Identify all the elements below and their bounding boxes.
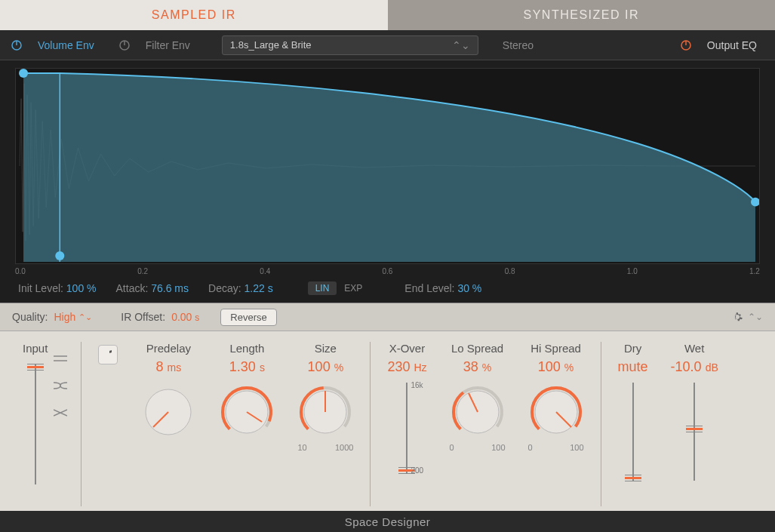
decay-value[interactable]: 1.22 s [244, 282, 273, 294]
merge-mode-icon[interactable] [54, 381, 67, 390]
output-eq-power-icon[interactable] [680, 39, 692, 51]
time-ruler: 0.00.20.40.60.81.01.2 [15, 264, 760, 277]
hispread-title: Hi Spread [531, 342, 581, 355]
size-knob[interactable] [297, 384, 353, 440]
dry-title: Dry [624, 342, 641, 355]
preset-value: 1.8s_Large & Brite [230, 39, 312, 51]
wet-value[interactable]: -10.0 dB [671, 359, 718, 375]
ir-offset-value[interactable]: 0.00 s [171, 311, 199, 323]
end-level-value[interactable]: 30 % [457, 282, 481, 294]
settings-menu[interactable]: ⌃⌄ [731, 311, 763, 323]
lin-button[interactable]: LIN [308, 281, 337, 295]
wet-slider[interactable] [683, 383, 706, 481]
wet-title: Wet [684, 342, 704, 355]
input-slider[interactable] [24, 364, 47, 484]
size-value[interactable]: 100 % [308, 359, 344, 375]
chevron-down-icon: ⌃⌄ [748, 312, 763, 322]
length-knob[interactable] [219, 384, 275, 440]
reverse-button[interactable]: Reverse [220, 309, 276, 326]
length-title: Length [229, 342, 264, 355]
quality-label: Quality: [12, 311, 48, 323]
xover-slider[interactable]: 16k 200 [395, 383, 418, 473]
chevron-down-icon: ⌃⌄ [452, 39, 470, 51]
dry-value[interactable]: mute [618, 359, 648, 375]
output-eq-button[interactable]: Output EQ [700, 36, 764, 54]
predelay-knob[interactable] [140, 384, 196, 440]
volume-env-power-icon[interactable] [11, 39, 23, 51]
cross-mode-icon[interactable] [54, 408, 67, 417]
lospread-value[interactable]: 38 % [463, 359, 492, 375]
size-title: Size [315, 342, 337, 355]
mid-bar: Quality: High⌃⌄ IR Offset: 0.00 s Revers… [0, 303, 775, 331]
lospread-title: Lo Spread [451, 342, 503, 355]
predelay-value[interactable]: 8 ms [156, 359, 182, 375]
length-value[interactable]: 1.30 s [229, 359, 265, 375]
tab-synthesized-ir[interactable]: SYNTHESIZED IR [388, 0, 776, 30]
quality-select[interactable]: High⌃⌄ [54, 311, 92, 323]
filter-env-power-icon[interactable] [118, 39, 131, 51]
dry-slider[interactable] [622, 383, 644, 481]
exp-button[interactable]: EXP [337, 281, 370, 295]
hispread-value[interactable]: 100 % [538, 359, 574, 375]
input-title: Input [23, 342, 48, 355]
hispread-knob[interactable] [528, 384, 584, 440]
ir-offset-label: IR Offset: [121, 311, 165, 323]
plugin-title: Space Designer [0, 511, 775, 532]
svg-point-7 [19, 69, 28, 78]
toolbar: Volume Env Filter Env 1.8s_Large & Brite… [0, 30, 775, 60]
svg-point-8 [55, 251, 64, 260]
tab-sampled-ir[interactable]: SAMPLED IR [0, 0, 388, 30]
gear-icon [731, 311, 743, 323]
note-icon [103, 349, 112, 360]
stereo-mode-icon[interactable] [54, 354, 67, 363]
xover-value[interactable]: 230 Hz [387, 359, 426, 375]
init-level-value[interactable]: 100 % [66, 282, 97, 294]
lospread-knob[interactable] [450, 384, 506, 440]
filter-env-button[interactable]: Filter Env [138, 36, 198, 54]
envelope-params: Init Level: 100 % Attack: 76.6 ms Decay:… [15, 277, 760, 298]
envelope-graph[interactable] [15, 68, 760, 264]
attack-value[interactable]: 76.6 ms [151, 282, 189, 294]
preset-select[interactable]: 1.8s_Large & Brite ⌃⌄ [222, 35, 478, 55]
volume-env-button[interactable]: Volume Env [30, 36, 102, 54]
xover-title: X-Over [389, 342, 426, 355]
tempo-sync-button[interactable] [98, 345, 118, 364]
predelay-title: Predelay [146, 342, 191, 355]
stereo-label[interactable]: Stereo [495, 36, 541, 54]
